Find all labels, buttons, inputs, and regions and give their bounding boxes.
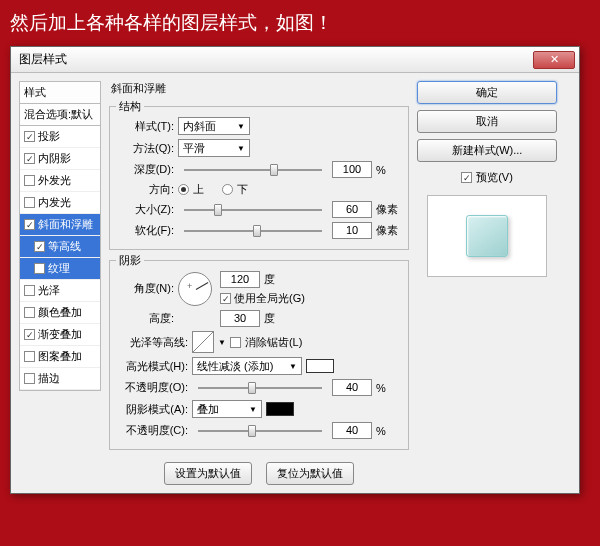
style-checkbox[interactable] — [24, 307, 35, 318]
size-slider[interactable] — [184, 202, 322, 218]
highlight-color-chip[interactable] — [306, 359, 334, 373]
style-checkbox[interactable] — [24, 197, 35, 208]
chevron-down-icon: ▼ — [249, 405, 257, 414]
preview-checkbox[interactable] — [461, 172, 472, 183]
close-button[interactable]: ✕ — [533, 51, 575, 69]
style-item[interactable]: 图案叠加 — [20, 346, 100, 368]
soften-label: 软化(F): — [118, 223, 174, 238]
structure-legend: 结构 — [116, 99, 144, 114]
technique-select[interactable]: 平滑▼ — [178, 139, 250, 157]
style-checkbox[interactable] — [24, 285, 35, 296]
style-checkbox[interactable] — [24, 131, 35, 142]
preview-box — [427, 195, 547, 277]
style-item[interactable]: 描边 — [20, 368, 100, 390]
style-checkbox[interactable] — [24, 219, 35, 230]
style-item[interactable]: 光泽 — [20, 280, 100, 302]
style-item[interactable]: 颜色叠加 — [20, 302, 100, 324]
styles-header[interactable]: 样式 — [19, 81, 101, 104]
down-label: 下 — [237, 182, 248, 197]
highlight-mode-label: 高光模式(H): — [118, 359, 188, 374]
style-checkbox[interactable] — [34, 263, 45, 274]
style-list: 投影内阴影外发光内发光斜面和浮雕等高线纹理光泽颜色叠加渐变叠加图案叠加描边 — [19, 126, 101, 391]
px-unit: 像素 — [376, 223, 400, 238]
global-light-checkbox[interactable] — [220, 293, 231, 304]
titlebar: 图层样式 ✕ — [11, 47, 579, 73]
px-unit: 像素 — [376, 202, 400, 217]
altitude-label: 高度: — [118, 311, 174, 326]
direction-down-radio[interactable] — [222, 184, 233, 195]
direction-up-radio[interactable] — [178, 184, 189, 195]
deg-unit: 度 — [264, 311, 275, 326]
style-item-label: 描边 — [38, 371, 60, 386]
chevron-down-icon: ▼ — [237, 144, 245, 153]
shadow-opacity-input[interactable]: 40 — [332, 422, 372, 439]
size-label: 大小(Z): — [118, 202, 174, 217]
ok-button[interactable]: 确定 — [417, 81, 557, 104]
up-label: 上 — [193, 182, 204, 197]
angle-control[interactable] — [178, 272, 212, 306]
style-item-label: 内发光 — [38, 195, 71, 210]
style-item-label: 颜色叠加 — [38, 305, 82, 320]
style-item[interactable]: 内发光 — [20, 192, 100, 214]
deg-unit: 度 — [264, 272, 275, 287]
highlight-mode-select[interactable]: 线性减淡 (添加)▼ — [192, 357, 302, 375]
direction-label: 方向: — [118, 182, 174, 197]
style-checkbox[interactable] — [24, 373, 35, 384]
style-item-label: 渐变叠加 — [38, 327, 82, 342]
style-checkbox[interactable] — [24, 329, 35, 340]
set-default-button[interactable]: 设置为默认值 — [164, 462, 252, 485]
new-style-button[interactable]: 新建样式(W)... — [417, 139, 557, 162]
style-item[interactable]: 内阴影 — [20, 148, 100, 170]
depth-slider[interactable] — [184, 162, 322, 178]
style-item-label: 内阴影 — [38, 151, 71, 166]
altitude-input[interactable]: 30 — [220, 310, 260, 327]
style-select[interactable]: 内斜面▼ — [178, 117, 250, 135]
style-checkbox[interactable] — [24, 351, 35, 362]
shading-legend: 阴影 — [116, 253, 144, 268]
technique-value: 平滑 — [183, 141, 205, 156]
pct-unit: % — [376, 164, 400, 176]
bevel-group-label: 斜面和浮雕 — [111, 81, 409, 96]
gloss-contour-label: 光泽等高线: — [118, 335, 188, 350]
style-item[interactable]: 投影 — [20, 126, 100, 148]
shadow-color-chip[interactable] — [266, 402, 294, 416]
style-item-label: 外发光 — [38, 173, 71, 188]
blend-options[interactable]: 混合选项:默认 — [19, 104, 101, 126]
cancel-button[interactable]: 取消 — [417, 110, 557, 133]
layer-style-dialog: 图层样式 ✕ 样式 混合选项:默认 投影内阴影外发光内发光斜面和浮雕等高线纹理光… — [10, 46, 580, 494]
preview-label: 预览(V) — [476, 170, 513, 185]
style-item[interactable]: 等高线 — [20, 236, 100, 258]
highlight-opacity-slider[interactable] — [198, 380, 322, 396]
antialias-checkbox[interactable] — [230, 337, 241, 348]
style-item[interactable]: 渐变叠加 — [20, 324, 100, 346]
style-item-label: 光泽 — [38, 283, 60, 298]
chevron-down-icon[interactable]: ▼ — [218, 338, 226, 347]
gloss-contour-picker[interactable] — [192, 331, 214, 353]
reset-default-button[interactable]: 复位为默认值 — [266, 462, 354, 485]
style-checkbox[interactable] — [24, 153, 35, 164]
pct-unit: % — [376, 382, 400, 394]
angle-input[interactable]: 120 — [220, 271, 260, 288]
style-item[interactable]: 外发光 — [20, 170, 100, 192]
shadow-mode-label: 阴影模式(A): — [118, 402, 188, 417]
style-item[interactable]: 纹理 — [20, 258, 100, 280]
soften-input[interactable]: 10 — [332, 222, 372, 239]
shadow-opacity-slider[interactable] — [198, 423, 322, 439]
soften-slider[interactable] — [184, 223, 322, 239]
shadow-mode-value: 叠加 — [197, 402, 219, 417]
size-input[interactable]: 60 — [332, 201, 372, 218]
structure-fieldset: 结构 样式(T): 内斜面▼ 方法(Q): 平滑▼ 深度(D): 100 % 方… — [109, 106, 409, 250]
style-item-label: 纹理 — [48, 261, 70, 276]
style-item-label: 图案叠加 — [38, 349, 82, 364]
page-caption: 然后加上各种各样的图层样式，如图！ — [10, 10, 590, 36]
highlight-opacity-input[interactable]: 40 — [332, 379, 372, 396]
right-panel: 确定 取消 新建样式(W)... 预览(V) — [417, 81, 557, 485]
style-item[interactable]: 斜面和浮雕 — [20, 214, 100, 236]
global-light-label: 使用全局光(G) — [234, 291, 305, 306]
depth-input[interactable]: 100 — [332, 161, 372, 178]
highlight-opacity-label: 不透明度(O): — [118, 380, 188, 395]
style-checkbox[interactable] — [34, 241, 45, 252]
style-label: 样式(T): — [118, 119, 174, 134]
shadow-mode-select[interactable]: 叠加▼ — [192, 400, 262, 418]
style-checkbox[interactable] — [24, 175, 35, 186]
